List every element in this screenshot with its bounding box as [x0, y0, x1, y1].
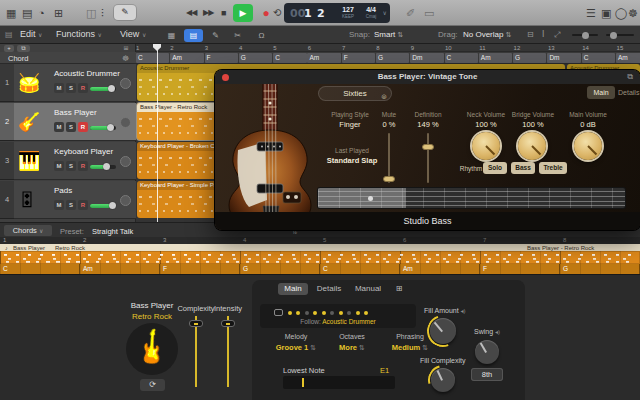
auto-zoom-icon[interactable]: ⤢ — [554, 30, 560, 40]
library-icon[interactable]: ▤ — [22, 5, 32, 21]
solo-button[interactable]: S — [66, 122, 76, 132]
rhythm-treble-button[interactable]: Treble — [539, 162, 567, 174]
record-enable-button[interactable]: R — [78, 200, 88, 210]
pan-knob[interactable] — [120, 156, 131, 167]
melody-value[interactable]: Groove 1 ⇅ — [266, 343, 326, 352]
chord-chip[interactable]: G — [376, 53, 409, 63]
main-volume-knob[interactable] — [574, 132, 602, 160]
swing-rate-button[interactable]: 8th — [471, 368, 503, 381]
horizontal-zoom-slider[interactable] — [572, 34, 598, 36]
playhead[interactable] — [157, 44, 158, 222]
chord-chip[interactable]: Am — [616, 53, 640, 63]
duplicate-track-button[interactable]: ⧉ — [17, 45, 30, 52]
volume-slider[interactable] — [90, 126, 116, 130]
plugin-tab-main[interactable]: Main — [587, 86, 615, 99]
bottom-preset-name[interactable]: Retro Rock — [112, 312, 192, 321]
snap-dropdown[interactable]: Smart ⇅ — [374, 30, 403, 39]
regions-view-icon[interactable]: ▤ — [184, 29, 203, 42]
add-track-button[interactable]: + — [4, 45, 14, 52]
chord-cell[interactable]: G — [560, 264, 640, 274]
arrange-ruler[interactable]: 123456789101112131415 — [136, 44, 640, 52]
track-header-pads[interactable]: 4 🎛 Pads M S R — [0, 181, 136, 219]
chord-chip[interactable]: C — [582, 53, 615, 63]
chord-chip[interactable]: C — [136, 53, 169, 63]
chord-chip[interactable]: Dm — [410, 53, 443, 63]
intensity-slider[interactable] — [227, 316, 229, 387]
editor-region-strip[interactable]: ♪ Bass Player Retro Rock Bass Player - R… — [0, 244, 640, 251]
mixer-icon[interactable]: ⫶ — [101, 5, 104, 21]
tuner-icon[interactable]: ✐ — [406, 5, 415, 21]
record-enable-button[interactable]: R — [78, 83, 88, 93]
chord-chip[interactable]: Am — [307, 53, 340, 63]
rhythm-bass-button[interactable]: Bass — [511, 162, 535, 174]
track-header-keyboard-player[interactable]: 3 🎹 Keyboard Player M S R — [0, 142, 136, 180]
mute-slider[interactable] — [388, 133, 390, 183]
list-editors-icon[interactable]: ☰ — [586, 5, 596, 21]
pan-knob[interactable] — [120, 195, 131, 206]
chord-track-header[interactable]: Chord ☸ — [0, 52, 136, 64]
grid-view-icon[interactable]: ▦ — [162, 29, 181, 42]
tab-main[interactable]: Main — [278, 283, 308, 295]
chord-chip[interactable]: Dm — [547, 53, 580, 63]
chord-cell[interactable]: G — [240, 264, 320, 274]
chord-chip[interactable]: Am — [170, 53, 203, 63]
chords-dropdown[interactable]: Chords ∨ — [4, 225, 52, 236]
solo-button[interactable]: S — [66, 83, 76, 93]
cycle-button[interactable]: ⟲ — [273, 4, 280, 22]
chord-chip[interactable]: C — [445, 53, 478, 63]
record-enable-button[interactable]: R — [78, 161, 88, 171]
chord-cell[interactable]: Am — [80, 264, 160, 274]
menu-edit[interactable]: Edit ∨ — [20, 29, 42, 39]
octaves-value[interactable]: More ⇅ — [322, 343, 382, 352]
speaker-icon[interactable]: ◂) — [461, 308, 466, 314]
chord-cell[interactable]: C — [0, 264, 80, 274]
stop-button[interactable]: ■ — [221, 4, 225, 22]
chord-chip[interactable]: Am — [479, 53, 512, 63]
pan-knob[interactable] — [120, 78, 131, 89]
phrasing-value[interactable]: Medium ⇅ — [380, 343, 440, 352]
editor-grid-icon[interactable]: ⊞ — [392, 283, 406, 295]
chord-chip[interactable]: G — [513, 53, 546, 63]
volume-slider[interactable] — [90, 165, 116, 169]
notepad-button[interactable]: ✎ — [114, 5, 136, 20]
marquee-tool-icon[interactable]: Ⅰ — [542, 30, 544, 39]
complexity-slider[interactable] — [195, 316, 197, 387]
pan-knob[interactable] — [120, 117, 131, 128]
media-browser-icon[interactable]: ▣ — [601, 5, 611, 21]
catch-playhead-icon[interactable]: ⊟ — [527, 30, 534, 39]
follow-line[interactable]: Follow: Acoustic Drummer — [260, 318, 416, 325]
project-chooser-icon[interactable]: ▦ — [6, 5, 16, 21]
neck-volume-knob[interactable] — [472, 132, 500, 160]
menu-functions[interactable]: Functions ∨ — [56, 29, 102, 39]
editor-ruler[interactable]: 12345678 — [0, 237, 640, 244]
chord-cell[interactable]: C — [320, 264, 400, 274]
chord-chip[interactable]: C — [273, 53, 306, 63]
lcd-display[interactable]: 00 1 2 127 KEEP 4/4 Cmaj ∨ — [284, 3, 390, 23]
tab-manual[interactable]: Manual — [350, 283, 386, 295]
plugin-tab-details[interactable]: Details — [618, 89, 639, 96]
pencil-tool-icon[interactable]: ✎ — [206, 29, 225, 42]
volume-slider[interactable] — [90, 204, 116, 208]
definition-slider[interactable] — [427, 133, 429, 183]
tab-details[interactable]: Details — [312, 283, 346, 295]
lcd-chevron-icon[interactable]: ∨ — [383, 9, 387, 16]
follow-pattern-dots[interactable] — [274, 309, 368, 316]
plugin-titlebar[interactable]: Bass Player: Vintage Tone ⧉ — [215, 70, 640, 84]
musician-icon[interactable]: Ω — [252, 29, 271, 42]
chord-gear-icon[interactable]: ☸ — [122, 54, 129, 63]
chord-chip[interactable]: F — [342, 53, 375, 63]
track-zoom-icon[interactable]: ⊞ — [120, 45, 132, 52]
track-header-acoustic-drummer[interactable]: 1 🥁 Acoustic Drummer M S R — [0, 64, 136, 102]
quick-help-toggle-icon[interactable]: ◔ — [38, 5, 45, 21]
mute-button[interactable]: M — [54, 83, 64, 93]
plugin-preset-dropdown[interactable]: Sixties ⊜ — [318, 86, 392, 101]
lowest-note-slider[interactable] — [283, 376, 395, 389]
preset-value[interactable]: Straight Talk — [92, 227, 133, 236]
record-enable-button[interactable]: R — [78, 122, 88, 132]
chord-cell[interactable]: Am — [400, 264, 480, 274]
swing-knob[interactable] — [475, 340, 499, 364]
editors-toggle-icon[interactable]: ◫ — [86, 5, 96, 21]
solo-button[interactable]: S — [66, 161, 76, 171]
loop-browser-icon[interactable]: ⊞ — [54, 5, 63, 21]
bridge-volume-knob[interactable] — [518, 132, 546, 160]
